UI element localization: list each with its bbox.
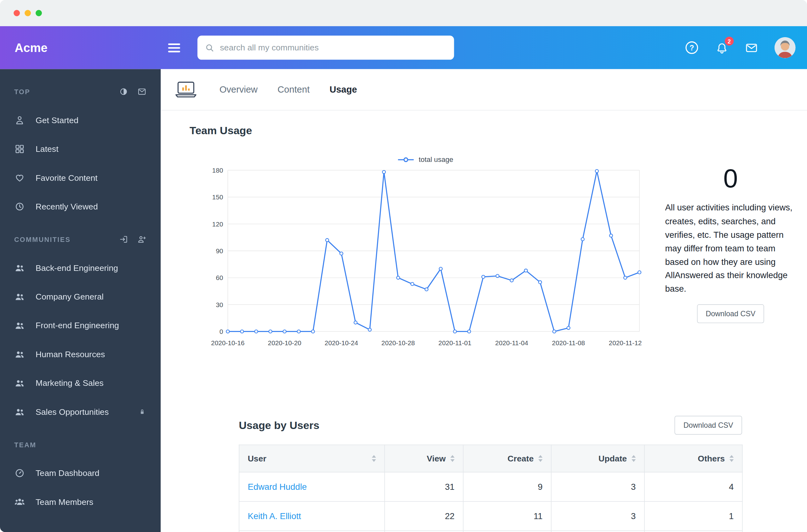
sidebar-item-front-end-engineering[interactable]: Front-end Engineering (0, 311, 161, 340)
sidebar-section-top: TOP (0, 77, 161, 106)
user-link[interactable]: Edward Huddle (248, 482, 307, 491)
global-search[interactable] (197, 36, 454, 59)
svg-text:120: 120 (212, 221, 223, 228)
usage-by-users-table: User View (239, 445, 743, 532)
cell-create: 11 (463, 501, 551, 531)
col-header-view[interactable]: View (385, 445, 463, 472)
window-titlebar (0, 0, 807, 26)
col-label: User (248, 454, 266, 463)
menu-toggle-icon[interactable] (168, 43, 182, 52)
notification-count-badge: 2 (725, 37, 734, 45)
download-csv-button[interactable]: Download CSV (697, 304, 764, 323)
grid-icon (14, 144, 25, 155)
search-icon (205, 43, 215, 53)
messages-button[interactable] (745, 41, 758, 55)
sidebar-item-sales-opportunities[interactable]: Sales Opportunities (0, 398, 161, 426)
section-title: Usage by Users (239, 419, 320, 432)
sidebar-section-communities: COMMUNITIES (0, 225, 161, 253)
tab-overview[interactable]: Overview (219, 84, 258, 95)
sidebar-item-marketing-sales[interactable]: Marketing & Sales (0, 368, 161, 397)
section-label-team: TEAM (14, 441, 37, 449)
legend-label: total usage (419, 156, 453, 164)
col-label: Create (507, 454, 534, 463)
analytics-monitor-icon (174, 81, 197, 99)
col-label: Others (698, 454, 725, 463)
legend-marker-icon (398, 156, 414, 162)
team-members-icon (14, 496, 25, 508)
cell-update: 3 (551, 501, 645, 531)
section-label-communities: COMMUNITIES (14, 235, 71, 243)
theme-contrast-icon[interactable] (119, 87, 128, 96)
help-button[interactable]: ? (685, 41, 699, 55)
col-header-user[interactable]: User (239, 445, 385, 472)
sidebar-item-get-started[interactable]: Get Started (0, 106, 161, 134)
table-row-partial (239, 531, 743, 532)
community-people-icon (14, 378, 25, 389)
svg-text:2020-10-24: 2020-10-24 (325, 339, 358, 346)
usage-content: Team Usage total usage 03060901201501802… (161, 111, 807, 532)
header-actions: ? 2 (685, 37, 807, 58)
svg-text:2020-11-04: 2020-11-04 (495, 339, 528, 346)
community-people-icon (14, 291, 25, 302)
sidebar-item-label: Team Dashboard (36, 468, 99, 478)
sidebar-item-favorite-content[interactable]: Favorite Content (0, 164, 161, 192)
col-header-update[interactable]: Update (551, 445, 645, 472)
summary-value: 0 (665, 165, 796, 191)
community-people-icon (14, 262, 25, 273)
sidebar-item-company-general[interactable]: Company General (0, 282, 161, 311)
svg-text:60: 60 (216, 274, 223, 281)
svg-text:2020-11-01: 2020-11-01 (439, 339, 472, 346)
sort-icon (632, 455, 636, 462)
col-header-create[interactable]: Create (463, 445, 551, 472)
user-avatar[interactable] (774, 37, 796, 58)
brand-logo[interactable]: Acme (0, 41, 161, 55)
svg-text:2020-11-12: 2020-11-12 (609, 339, 642, 346)
cell-update: 3 (551, 472, 645, 501)
join-community-icon[interactable] (119, 235, 128, 244)
app-header: Acme ? 2 (0, 26, 807, 69)
sidebar-item-label: Get Started (36, 116, 78, 125)
sidebar-item-team-dashboard[interactable]: Team Dashboard (0, 459, 161, 487)
window-zoom-button[interactable] (36, 10, 42, 16)
community-people-icon (14, 320, 25, 331)
sidebar-item-label: Marketing & Sales (36, 378, 104, 388)
sidebar-item-human-resources[interactable]: Human Resources (0, 340, 161, 368)
download-users-csv-button[interactable]: Download CSV (675, 416, 742, 435)
mail-icon (745, 41, 758, 55)
main-panel: Overview Content Usage Team Usage total … (161, 69, 807, 532)
search-input[interactable] (220, 43, 447, 52)
chart-legend-item[interactable]: total usage (206, 156, 646, 164)
sidebar-item-back-end-engineering[interactable]: Back-end Engineering (0, 253, 161, 282)
user-link[interactable]: Keith A. Elliott (248, 511, 301, 521)
col-label: Update (598, 454, 627, 463)
community-people-icon (14, 349, 25, 360)
notifications-button[interactable]: 2 (715, 41, 728, 55)
sidebar-item-latest[interactable]: Latest (0, 134, 161, 163)
sort-icon (372, 455, 376, 462)
table-row: Edward Huddle 31 9 3 4 (239, 472, 743, 501)
sidebar-item-label: Company General (36, 292, 104, 301)
tab-bar: Overview Content Usage (161, 69, 807, 110)
cell-create: 9 (463, 472, 551, 501)
window-minimize-button[interactable] (24, 10, 31, 16)
sidebar: TOP (0, 69, 161, 532)
window-close-button[interactable] (14, 10, 20, 16)
tab-content[interactable]: Content (277, 84, 310, 95)
tab-usage[interactable]: Usage (329, 84, 357, 95)
svg-text:2020-10-16: 2020-10-16 (211, 339, 245, 346)
sidebar-item-label: Sales Opportunities (36, 407, 109, 417)
sidebar-item-label: Back-end Engineering (36, 263, 118, 272)
section-label-top: TOP (14, 88, 30, 95)
sidebar-item-recently-viewed[interactable]: Recently Viewed (0, 192, 161, 221)
sidebar-item-label: Front-end Engineering (36, 321, 119, 330)
compose-message-icon[interactable] (137, 87, 147, 96)
sidebar-section-team: TEAM (0, 431, 161, 459)
page-title: Team Usage (190, 124, 252, 137)
add-member-icon[interactable] (137, 235, 147, 244)
col-header-others[interactable]: Others (645, 445, 743, 472)
svg-text:0: 0 (219, 328, 223, 335)
community-people-icon (14, 406, 25, 417)
table-header-row: User View (239, 445, 743, 472)
sidebar-item-label: Favorite Content (36, 173, 98, 183)
sidebar-item-team-members[interactable]: Team Members (0, 488, 161, 516)
